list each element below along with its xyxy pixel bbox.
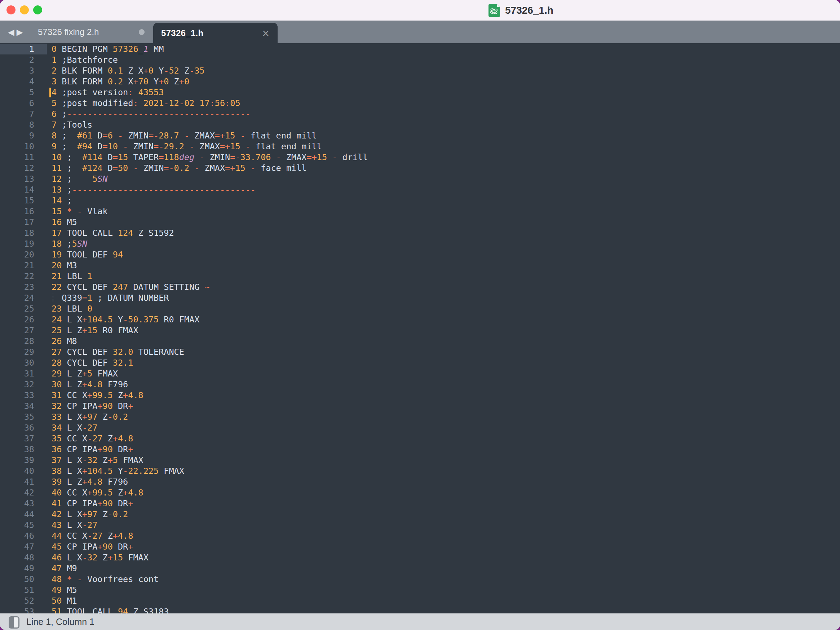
code-text: 51 TOOL CALL 94 Z S3183 <box>47 606 169 613</box>
code-line[interactable]: 3836 CP IPA+90 DR+ <box>0 444 840 455</box>
line-number: 37 <box>0 433 47 444</box>
line-number: 23 <box>0 282 47 292</box>
code-line[interactable]: 1615 * - Vlak <box>0 206 840 217</box>
code-line[interactable]: 3533 L X+97 Z-0.2 <box>0 412 840 422</box>
code-line[interactable]: 3937 L X-32 Z+5 FMAX <box>0 455 840 466</box>
code-text: Q339=1 ; DATUM NUMBER <box>47 292 169 303</box>
code-line[interactable]: 4846 L X-32 Z+15 FMAX <box>0 552 840 563</box>
code-text: 28 CYCL DEF 32.1 <box>47 357 133 368</box>
code-line[interactable]: 1817 TOOL CALL 124 Z S1592 <box>0 227 840 238</box>
code-line[interactable]: 5048 * - Voorfrees cont <box>0 574 840 584</box>
line-number: 49 <box>0 563 47 574</box>
code-line[interactable]: 5149 M5 <box>0 584 840 595</box>
code-line[interactable]: 54 ;post version: 43553 <box>0 87 840 98</box>
line-number: 14 <box>0 184 47 195</box>
tab-57326-fixing-2[interactable]: 57326 fixing 2.h <box>27 21 148 43</box>
code-line[interactable]: 3129 L Z+5 FMAX <box>0 368 840 379</box>
code-line[interactable]: 3735 CC X-27 Z+4.8 <box>0 433 840 444</box>
forward-icon[interactable]: ▶ <box>17 27 23 37</box>
code-line[interactable]: 2019 TOOL DEF 94 <box>0 249 840 260</box>
code-text: 30 L Z+4.8 F796 <box>47 379 128 390</box>
code-line[interactable]: 2221 LBL 1 <box>0 271 840 282</box>
code-line[interactable]: 4745 CP IPA+90 DR+ <box>0 541 840 552</box>
code-line[interactable]: 4139 L Z+4.8 F796 <box>0 476 840 487</box>
close-tab-icon[interactable]: × <box>262 23 270 43</box>
code-line[interactable]: 3028 CYCL DEF 32.1 <box>0 357 840 368</box>
code-text: 19 TOOL DEF 94 <box>47 249 123 260</box>
code-line[interactable]: 3331 CC X+99.5 Z+4.8 <box>0 390 840 401</box>
code-line[interactable]: 1211 ; #124 D=50 - ZMIN=-0.2 - ZMAX=+15 … <box>0 163 840 174</box>
close-window-button[interactable] <box>6 5 16 14</box>
code-line[interactable]: 3230 L Z+4.8 F796 <box>0 379 840 390</box>
line-number: 41 <box>0 476 47 487</box>
code-line[interactable]: 4341 CP IPA+90 DR+ <box>0 498 840 509</box>
line-number: 26 <box>0 314 47 325</box>
code-line[interactable]: 1514 ; <box>0 195 840 206</box>
line-number: 31 <box>0 368 47 379</box>
code-text: 24 L X+104.5 Y-50.375 R0 FMAX <box>47 314 199 325</box>
line-number: 45 <box>0 519 47 531</box>
code-line[interactable]: 4038 L X+104.5 Y-22.225 FMAX <box>0 466 840 476</box>
tab-57326-1[interactable]: 57326_1.h × <box>153 23 278 43</box>
code-line[interactable]: 2725 L Z+15 R0 FMAX <box>0 325 840 336</box>
code-text: 38 L X+104.5 Y-22.225 FMAX <box>47 466 184 476</box>
code-line[interactable]: 4947 M9 <box>0 563 840 574</box>
code-line[interactable]: 65 ;post modified: 2021-12-02 17:56:05 <box>0 98 840 109</box>
code-line[interactable]: 5250 M1 <box>0 595 840 606</box>
line-number: 34 <box>0 401 47 412</box>
line-number: 33 <box>0 390 47 401</box>
code-text: 41 CP IPA+90 DR+ <box>47 498 133 509</box>
line-number: 40 <box>0 466 47 476</box>
code-line[interactable]: 43 BLK FORM 0.2 X+70 Y+0 Z+0 <box>0 76 840 87</box>
code-text: 26 M8 <box>47 336 77 347</box>
code-editor[interactable]: 10 BEGIN PGM 57326_1 MM21 ;Batchforce32 … <box>0 43 840 613</box>
code-text: 21 LBL 1 <box>47 271 92 282</box>
code-line[interactable]: 2826 M8 <box>0 336 840 347</box>
code-line[interactable]: 4543 L X-27 <box>0 519 840 531</box>
code-text: 35 CC X-27 Z+4.8 <box>47 433 133 444</box>
panel-toggle-icon[interactable] <box>9 616 19 628</box>
code-line[interactable]: 2120 M3 <box>0 260 840 271</box>
line-number: 2 <box>0 54 47 65</box>
code-line[interactable]: 2624 L X+104.5 Y-50.375 R0 FMAX <box>0 314 840 325</box>
code-line[interactable]: 5351 TOOL CALL 94 Z S3183 <box>0 606 840 613</box>
code-line[interactable]: 3432 CP IPA+90 DR+ <box>0 401 840 412</box>
code-line[interactable]: 4240 CC X+99.5 Z+4.8 <box>0 487 840 498</box>
code-line[interactable]: 2322 CYCL DEF 247 DATUM SETTING ~ <box>0 282 840 292</box>
line-number: 7 <box>0 109 47 119</box>
code-text: 34 L X-27 <box>47 422 97 433</box>
code-line[interactable]: 3634 L X-27 <box>0 422 840 433</box>
code-line[interactable]: 87 ;Tools <box>0 119 840 130</box>
history-nav: ◀ ▶ <box>8 21 23 43</box>
code-line[interactable]: 98 ; #61 D=6 - ZMIN=-28.7 - ZMAX=+15 - f… <box>0 130 840 141</box>
code-line[interactable]: 1716 M5 <box>0 217 840 227</box>
code-line[interactable]: 2523 LBL 0 <box>0 303 840 314</box>
code-text: 45 CP IPA+90 DR+ <box>47 541 133 552</box>
line-number: 11 <box>0 152 47 163</box>
line-number: 48 <box>0 552 47 563</box>
code-line[interactable]: 10 BEGIN PGM 57326_1 MM <box>0 44 840 54</box>
code-line[interactable]: 24 Q339=1 ; DATUM NUMBER <box>0 292 840 303</box>
code-line[interactable]: 1312 ; 5SN <box>0 174 840 184</box>
code-text: 49 M5 <box>47 584 77 595</box>
code-text: 29 L Z+5 FMAX <box>47 368 118 379</box>
code-line[interactable]: 1918 ;5SN <box>0 238 840 249</box>
tab-label: 57326 fixing 2.h <box>38 27 99 37</box>
code-line[interactable]: 4644 CC X-27 Z+4.8 <box>0 531 840 541</box>
code-text: 11 ; #124 D=50 - ZMIN=-0.2 - ZMAX=+15 - … <box>47 163 307 174</box>
code-text: 40 CC X+99.5 Z+4.8 <box>47 487 144 498</box>
code-text: 33 L X+97 Z-0.2 <box>47 412 128 422</box>
code-line[interactable]: 4442 L X+97 Z-0.2 <box>0 509 840 519</box>
code-line[interactable]: 21 ;Batchforce <box>0 54 840 65</box>
code-text: 4 ;post version: 43553 <box>47 87 164 98</box>
minimize-window-button[interactable] <box>20 5 29 14</box>
zoom-window-button[interactable] <box>33 5 42 14</box>
back-icon[interactable]: ◀ <box>8 27 14 37</box>
code-line[interactable]: 2927 CYCL DEF 32.0 TOLERANCE <box>0 347 840 357</box>
code-line[interactable]: 109 ; #94 D=10 - ZMIN=-29.2 - ZMAX=+15 -… <box>0 141 840 152</box>
code-text: 9 ; #94 D=10 - ZMIN=-29.2 - ZMAX=+15 - f… <box>47 141 322 152</box>
code-line[interactable]: 32 BLK FORM 0.1 Z X+0 Y-52 Z-35 <box>0 65 840 76</box>
code-line[interactable]: 1413 ;----------------------------------… <box>0 184 840 195</box>
code-line[interactable]: 1110 ; #114 D=15 TAPER=118deg - ZMIN=-33… <box>0 152 840 163</box>
code-line[interactable]: 76 ;------------------------------------ <box>0 109 840 119</box>
